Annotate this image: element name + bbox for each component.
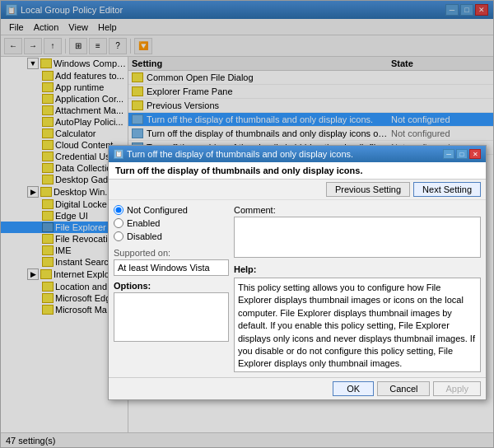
help-text: This policy setting allows you to config… (238, 282, 475, 368)
radio-label-disabled: Disabled (127, 231, 162, 241)
dialog-subtitle: Turn off the display of thumbnails and o… (109, 162, 486, 180)
dialog-maximize-button[interactable]: □ (456, 149, 468, 159)
dialog-content: Not Configured Enabled Disabled Supporte… (109, 200, 486, 377)
supported-label: Supported on: (114, 248, 229, 258)
radio-input-enabled[interactable] (114, 218, 124, 228)
dialog-footer: OK Cancel Apply (109, 377, 486, 399)
help-box: This policy setting allows you to config… (234, 278, 481, 372)
comment-section: Comment: (234, 205, 481, 258)
dialog-title-text: Turn off the display of thumbnails and o… (127, 149, 353, 159)
dialog-title-bar: 📋 Turn off the display of thumbnails and… (109, 146, 486, 162)
dialog-close-button[interactable]: ✕ (469, 149, 481, 159)
dialog-right-panel: Comment: Help: This policy setting allow… (234, 205, 481, 372)
main-window: 📋 Local Group Policy Editor ─ □ ✕ File A… (0, 0, 494, 448)
radio-input-not-configured[interactable] (114, 205, 124, 215)
apply-button[interactable]: Apply (433, 381, 481, 396)
radio-enabled[interactable]: Enabled (114, 218, 229, 228)
radio-input-disabled[interactable] (114, 231, 124, 241)
dialog-title-left: 📋 Turn off the display of thumbnails and… (114, 149, 353, 159)
comment-textarea[interactable] (234, 217, 481, 258)
dialog-controls: ─ □ ✕ (443, 149, 481, 159)
cancel-button[interactable]: Cancel (377, 381, 430, 396)
next-setting-button[interactable]: Next Setting (413, 182, 481, 197)
dialog-overlay: 📋 Turn off the display of thumbnails and… (1, 1, 493, 447)
radio-label-enabled: Enabled (127, 218, 160, 228)
dialog-minimize-button[interactable]: ─ (443, 149, 454, 159)
supported-value: At least Windows Vista (114, 259, 229, 276)
dialog-subtitle-text: Turn off the display of thumbnails and o… (115, 166, 363, 175)
comment-label: Comment: (234, 205, 481, 215)
radio-disabled[interactable]: Disabled (114, 231, 229, 241)
dialog-left-panel: Not Configured Enabled Disabled Supporte… (114, 205, 229, 372)
previous-setting-button[interactable]: Previous Setting (326, 182, 410, 197)
radio-label-not-configured: Not Configured (127, 205, 188, 215)
options-box (114, 292, 229, 342)
dialog-icon: 📋 (114, 149, 124, 159)
settings-dialog: 📋 Turn off the display of thumbnails and… (108, 145, 487, 400)
dialog-toolbar: Previous Setting Next Setting (109, 180, 486, 200)
ok-button[interactable]: OK (333, 381, 374, 396)
options-label: Options: (114, 281, 229, 291)
radio-group-config: Not Configured Enabled Disabled (114, 205, 229, 241)
help-label: Help: (234, 264, 481, 274)
options-section: Options: (114, 281, 229, 342)
radio-not-configured[interactable]: Not Configured (114, 205, 229, 215)
supported-section: Supported on: At least Windows Vista (114, 248, 229, 276)
